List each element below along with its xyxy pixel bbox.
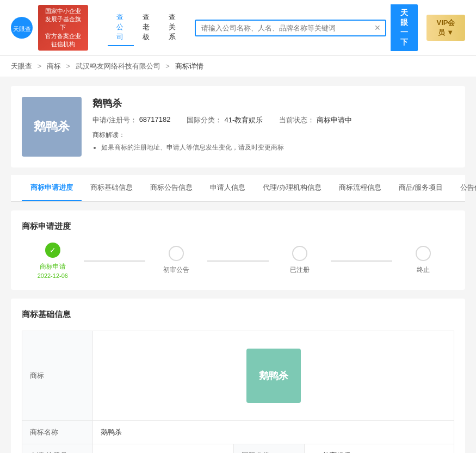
- breadcrumb-item-1[interactable]: 商标: [47, 62, 61, 70]
- header: 天眼查 国家中小企业发展子基金旗下 官方备案企业征信机构 查公司 查老板 查关系…: [0, 0, 476, 56]
- tab-applicant[interactable]: 申请人信息: [201, 175, 254, 201]
- progress-section: 商标申请进度 ✓ 商标申请 2022-12-06 初审公告 已注册: [11, 210, 465, 290]
- reg-no-item: 申请/注册号： 68717182: [92, 115, 170, 125]
- search-input[interactable]: [196, 21, 370, 35]
- progress-node-2: [292, 246, 307, 261]
- banner-line2: 官方备案企业征信机构: [42, 32, 84, 49]
- status-value: 商标申请中: [317, 115, 352, 125]
- banner-line1: 国家中小企业发展子基金旗下: [42, 7, 84, 32]
- notice-item-0: 如果商标的注册地址、申请人等信息发生变化，请及时变更商标: [101, 142, 454, 154]
- cell-label-name: 商标名称: [22, 421, 93, 444]
- progress-step-1: 初审公告: [145, 246, 207, 276]
- cell-label-regno: 申请/注册号: [22, 444, 93, 454]
- intl-class-value: 41-教育娱乐: [224, 115, 263, 125]
- progress-label-1: 初审公告: [163, 265, 189, 275]
- tab-flow[interactable]: 商标流程信息: [330, 175, 390, 201]
- vip-button[interactable]: VIP会员 ▼: [426, 15, 465, 41]
- cell-value-intl: 41-教育娱乐: [305, 444, 454, 454]
- progress-line-2: [331, 260, 393, 262]
- table-row-image: 商标 鹅鸭杀: [22, 331, 454, 421]
- tab-basic[interactable]: 商标基础信息: [82, 175, 141, 201]
- basic-info-section: 商标基础信息 商标 鹅鸭杀 商标名称 鹅鸭杀 申请/注册号 68: [11, 299, 465, 453]
- header-nav-tabs: 查公司 查老板 查关系: [108, 9, 186, 46]
- trademark-image-box: 鹅鸭杀: [246, 349, 301, 403]
- intl-class-label: 国际分类：: [187, 115, 222, 125]
- progress-node-1: [169, 246, 184, 261]
- progress-label-2: 已注册: [290, 265, 310, 275]
- table-row-regno: 申请/注册号 68717182 国际分类 41-教育娱乐: [22, 444, 454, 454]
- table-row-name: 商标名称 鹅鸭杀: [22, 421, 454, 444]
- trademark-meta: 申请/注册号： 68717182 国际分类： 41-教育娱乐 当前状态： 商标申…: [92, 115, 454, 125]
- search-area: ✕ 天眼一下: [195, 4, 418, 51]
- progress-step-3: 终止: [392, 246, 454, 276]
- header-tab-relation[interactable]: 查关系: [160, 9, 186, 46]
- search-box: ✕: [195, 20, 386, 36]
- notice-title: 商标解读：: [92, 131, 454, 140]
- progress-section-title: 商标申请进度: [22, 221, 454, 232]
- basic-info-title: 商标基础信息: [22, 309, 454, 320]
- cell-value-regno: 68717182: [93, 444, 234, 454]
- search-button[interactable]: 天眼一下: [391, 4, 418, 51]
- status-label: 当前状态：: [279, 115, 314, 125]
- trademark-info: 鹅鸭杀 申请/注册号： 68717182 国际分类： 41-教育娱乐 当前状态：…: [92, 97, 454, 154]
- tab-agent[interactable]: 代理/办理机构信息: [254, 175, 330, 201]
- main-content: 鹅鸭杀 鹅鸭杀 申请/注册号： 68717182 国际分类： 41-教育娱乐 当…: [0, 77, 476, 453]
- progress-step-2: 已注册: [269, 246, 331, 276]
- trademark-header-card: 鹅鸭杀 鹅鸭杀 申请/注册号： 68717182 国际分类： 41-教育娱乐 当…: [11, 86, 465, 167]
- logo-box: 天眼查: [11, 17, 33, 39]
- progress-label-3: 终止: [417, 265, 430, 275]
- cell-value-name: 鹅鸭杀: [93, 421, 454, 444]
- tab-goods[interactable]: 商品/服务项目: [390, 175, 452, 201]
- breadcrumb: 天眼查 > 商标 > 武汉鸣友网络科技有限公司 > 商标详情: [0, 56, 476, 77]
- progress-date-0: 2022-12-06: [38, 272, 68, 279]
- cell-value-trademark-image: 鹅鸭杀: [93, 331, 454, 421]
- reg-no-label: 申请/注册号：: [92, 115, 137, 125]
- reg-no-value: 68717182: [139, 115, 171, 125]
- breadcrumb-sep-0: >: [38, 62, 44, 70]
- breadcrumb-sep-2: >: [165, 62, 171, 70]
- intl-class-item: 国际分类： 41-教育娱乐: [187, 115, 263, 125]
- trademark-name: 鹅鸭杀: [92, 97, 454, 110]
- progress-line-1: [207, 260, 269, 262]
- tab-bar: 商标申请进度 商标基础信息 商标公告信息 申请人信息 代理/办理机构信息 商标流…: [11, 175, 465, 202]
- logo-icon: 天眼查: [11, 17, 33, 39]
- basic-info-table: 商标 鹅鸭杀 商标名称 鹅鸭杀 申请/注册号 68717182 国际分类 41-…: [22, 331, 454, 453]
- tab-notice[interactable]: 公告信息: [452, 175, 476, 201]
- progress-node-3: [416, 246, 431, 261]
- breadcrumb-current: 商标详情: [175, 62, 203, 70]
- tab-announcement[interactable]: 商标公告信息: [141, 175, 201, 201]
- progress-node-0: ✓: [45, 243, 60, 258]
- progress-line-0: [84, 260, 146, 262]
- notice-list: 如果商标的注册地址、申请人等信息发生变化，请及时变更商标: [92, 142, 454, 154]
- progress-step-0: ✓ 商标申请 2022-12-06: [22, 243, 84, 279]
- breadcrumb-item-0[interactable]: 天眼查: [11, 62, 32, 70]
- status-item: 当前状态： 商标申请中: [279, 115, 352, 125]
- logo-area: 天眼查 国家中小企业发展子基金旗下 官方备案企业征信机构: [11, 5, 88, 51]
- banner-box: 国家中小企业发展子基金旗下 官方备案企业征信机构: [38, 5, 88, 51]
- progress-label-0: 商标申请: [40, 262, 66, 271]
- clear-icon[interactable]: ✕: [370, 23, 385, 32]
- tab-progress[interactable]: 商标申请进度: [22, 175, 82, 201]
- trademark-header-inner: 鹅鸭杀 鹅鸭杀 申请/注册号： 68717182 国际分类： 41-教育娱乐 当…: [22, 97, 454, 157]
- breadcrumb-item-2[interactable]: 武汉鸣友网络科技有限公司: [76, 62, 160, 70]
- cell-label-trademark: 商标: [22, 331, 93, 421]
- header-tab-boss[interactable]: 查老板: [134, 9, 160, 46]
- breadcrumb-sep-1: >: [66, 62, 72, 70]
- svg-text:天眼查: 天眼查: [13, 26, 31, 32]
- cell-label-intl: 国际分类: [234, 444, 305, 454]
- trademark-logo: 鹅鸭杀: [22, 97, 82, 157]
- header-tab-company[interactable]: 查公司: [108, 9, 134, 46]
- progress-row: ✓ 商标申请 2022-12-06 初审公告 已注册 终止: [22, 243, 454, 279]
- trademark-notice: 商标解读： 如果商标的注册地址、申请人等信息发生变化，请及时变更商标: [92, 131, 454, 154]
